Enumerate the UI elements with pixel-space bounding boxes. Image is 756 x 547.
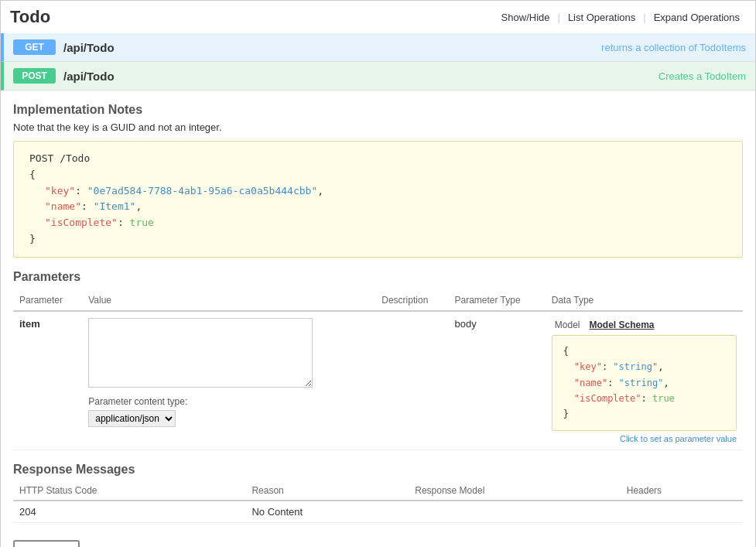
col-headers: Headers <box>621 481 743 501</box>
col-parameter: Parameter <box>13 290 82 311</box>
code-brace-close: } <box>29 233 36 244</box>
response-messages-section: Response Messages HTTP Status Code Reaso… <box>13 463 743 523</box>
param-content-type-label: Parameter content type: <box>88 396 369 407</box>
page-title: Todo <box>10 7 50 27</box>
get-api-description: returns a collection of TodoItems <box>601 42 746 53</box>
impl-notes-text: Note that the key is a GUID and not an i… <box>13 121 743 133</box>
response-messages-title: Response Messages <box>13 463 743 477</box>
post-method-badge: POST <box>13 68 56 84</box>
list-operations-link[interactable]: List Operations <box>562 12 641 23</box>
impl-notes-code: POST /Todo { "key": "0e7ad584-7788-4ab1-… <box>13 141 743 258</box>
col-value: Value <box>82 290 375 311</box>
divider-1: | <box>557 12 559 23</box>
divider-2: | <box>643 12 645 23</box>
reason-cell: No Content <box>245 501 409 523</box>
post-api-row[interactable]: POST /api/Todo Creates a TodoItem <box>1 62 755 91</box>
param-type-cell: body <box>448 311 545 450</box>
param-content-type-select[interactable]: application/json <box>88 410 176 427</box>
col-data-type: Data Type <box>546 290 743 311</box>
code-key1: "key": "0e7ad584-7788-4ab1-95a6-ca0a5b44… <box>29 183 727 200</box>
col-response-model: Response Model <box>409 481 621 501</box>
schema-key1: "key": "string", <box>563 361 664 372</box>
schema-brace-close: } <box>563 409 569 419</box>
response-row: 204 No Content <box>13 501 743 523</box>
code-key3: "isComplete": true <box>29 215 727 231</box>
col-status-code: HTTP Status Code <box>13 481 245 501</box>
param-value-cell: Parameter content type: application/json <box>82 311 375 450</box>
model-tab[interactable]: Model <box>552 318 583 332</box>
headers-cell <box>621 501 743 523</box>
code-key2: "name": "Item1", <box>29 199 727 215</box>
param-data-type-cell: Model Model Schema { "key": "string", "n… <box>546 311 743 450</box>
parameters-table: Parameter Value Description Parameter Ty… <box>13 290 743 450</box>
parameters-title: Parameters <box>13 270 743 284</box>
param-value-textarea[interactable] <box>88 318 313 388</box>
implementation-notes-section: Implementation Notes Note that the key i… <box>13 103 743 258</box>
status-code-cell: 204 <box>13 501 245 523</box>
header-actions: Show/Hide | List Operations | Expand Ope… <box>495 12 746 23</box>
params-header-row: Parameter Value Description Parameter Ty… <box>13 290 743 311</box>
params-item-row: item Parameter content type: application… <box>13 311 743 450</box>
param-name-cell: item <box>13 311 82 450</box>
show-hide-link[interactable]: Show/Hide <box>495 12 556 23</box>
col-param-type: Parameter Type <box>448 290 545 311</box>
get-api-row[interactable]: GET /api/Todo returns a collection of To… <box>1 33 755 62</box>
post-api-path: /api/Todo <box>63 70 659 83</box>
expand-operations-link[interactable]: Expand Operations <box>648 12 746 23</box>
response-header-row: HTTP Status Code Reason Response Model H… <box>13 481 743 501</box>
response-model-cell <box>409 501 621 523</box>
response-table: HTTP Status Code Reason Response Model H… <box>13 481 743 523</box>
get-api-path: /api/Todo <box>63 41 601 54</box>
content-area: Implementation Notes Note that the key i… <box>1 91 755 547</box>
get-method-badge: GET <box>13 39 56 55</box>
code-brace-open: { <box>29 169 36 180</box>
schema-key3: "isComplete": true <box>563 393 675 404</box>
col-reason: Reason <box>245 481 409 501</box>
col-description: Description <box>375 290 448 311</box>
page-header: Todo Show/Hide | List Operations | Expan… <box>1 1 755 33</box>
schema-brace-open: { <box>563 346 569 357</box>
try-it-out-button[interactable]: Try it out! <box>13 540 80 547</box>
impl-notes-title: Implementation Notes <box>13 103 743 117</box>
post-api-description: Creates a TodoItem <box>659 70 746 82</box>
code-line1: POST /Todo <box>29 152 90 164</box>
model-tabs: Model Model Schema <box>552 318 737 332</box>
schema-box: { "key": "string", "name": "string", "is… <box>552 335 737 431</box>
param-description-cell <box>375 311 448 450</box>
schema-key2: "name": "string", <box>563 378 669 388</box>
parameters-section: Parameters Parameter Value Description P… <box>13 270 743 450</box>
schema-tab[interactable]: Model Schema <box>586 318 657 332</box>
schema-click-hint[interactable]: Click to set as parameter value <box>552 434 737 443</box>
